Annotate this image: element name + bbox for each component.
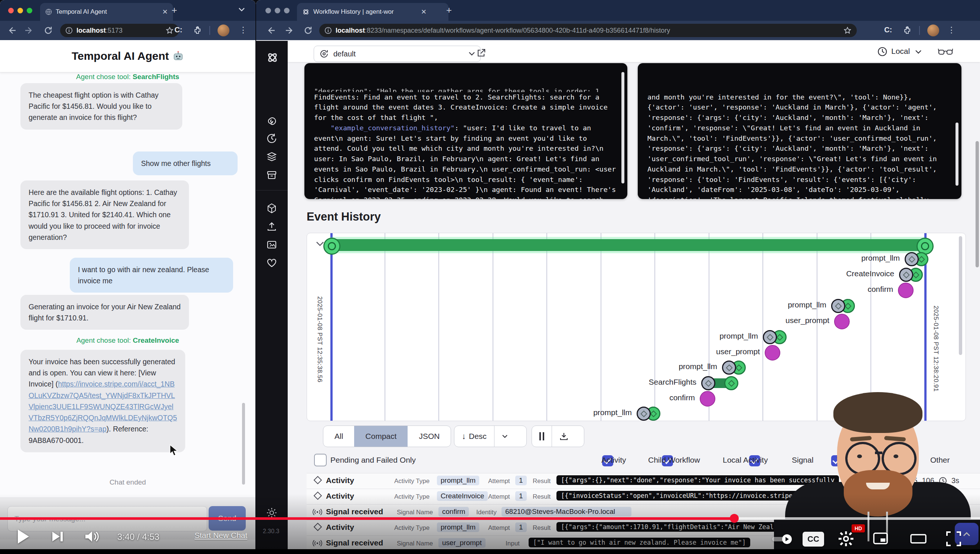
sun-icon[interactable] [266,507,277,518]
activity-marker-pair[interactable] [899,268,926,282]
new-tab-button[interactable]: + [172,5,177,16]
temporal-favicon-icon [302,8,310,16]
left-browser-window: Temporal AI Agent ✕ + localhost:5173 C: … [0,0,255,549]
back-button[interactable] [267,26,275,35]
signal-marker[interactable] [834,314,850,330]
zoom-window-button[interactable] [27,8,32,13]
archive-box-icon[interactable] [266,169,277,180]
event-label: user_prompt [786,316,829,325]
download-button[interactable] [552,426,576,447]
sidebar-divider [256,190,288,191]
signal-marker[interactable] [700,391,715,407]
timezone-value[interactable]: Local [891,47,910,56]
code-panel-scrollbar[interactable] [621,72,624,183]
signal-marker[interactable] [898,283,913,298]
temporal-logo-icon[interactable] [266,51,279,64]
chat-scrollbar[interactable] [242,403,245,485]
forward-button[interactable] [24,26,33,35]
sort-options-chevron[interactable] [495,426,515,447]
forward-button[interactable] [285,26,294,35]
zoom-window-button[interactable] [284,8,290,13]
event-label: CreateInvoice [846,269,894,278]
view-compact-button[interactable]: Compact [354,426,407,447]
pause-download-buttons[interactable] [531,425,584,447]
miniplayer-icon[interactable] [873,532,888,544]
sort-desc-button[interactable]: ↓Desc [454,425,527,447]
volume-icon[interactable] [84,530,100,543]
workflow-execution-bar[interactable] [330,239,924,251]
close-window-button[interactable] [8,8,14,13]
tab-workflow-history[interactable]: Workflow History | agent-wor ✕ [297,3,449,21]
right-address-bar[interactable]: localhost:8233/namespaces/default/workfl… [319,24,857,37]
theater-icon[interactable] [910,534,926,544]
card-icon[interactable] [266,239,277,250]
video-progress-played[interactable] [0,517,734,520]
code-panel-scrollbar[interactable] [956,123,958,186]
browser-menu-icon[interactable]: ⋮ [239,25,247,35]
play-icon[interactable] [16,529,30,544]
site-info-icon[interactable] [65,27,73,34]
reload-button[interactable] [44,26,53,35]
glasses-icon[interactable] [938,47,953,57]
settings-gear-icon[interactable] [838,531,854,546]
extensions-puzzle-icon[interactable] [903,26,912,35]
activity-marker-pair[interactable] [831,299,858,313]
workflow-result-json-panel[interactable]: and month you're interested in for the e… [638,63,961,199]
reload-button[interactable] [304,26,313,35]
timeline-scrollbar[interactable] [959,236,962,355]
activity-marker-pair[interactable] [722,361,749,375]
profile-avatar[interactable] [927,24,939,37]
agent-message: The cheapest flight option is with Catha… [21,83,182,130]
arrow-down-icon: ↓ [462,431,466,441]
view-all-button[interactable]: All [323,426,354,447]
new-tab-button[interactable]: + [446,5,452,16]
fullscreen-icon[interactable] [946,531,961,546]
view-mode-segmented-control[interactable]: All Compact JSON [323,425,451,447]
signal-marker[interactable] [765,345,780,361]
extensions-puzzle-icon[interactable] [193,26,202,35]
close-window-button[interactable] [266,8,271,13]
video-playhead[interactable] [730,514,739,523]
bookmark-star-icon[interactable] [165,26,174,35]
chevron-down-icon[interactable] [915,50,922,54]
chat-message-list[interactable]: Agent chose tool: SearchFlights The chea… [0,72,255,498]
spiral-icon[interactable] [266,115,277,126]
next-icon[interactable] [51,530,64,543]
collapse-chevron-icon[interactable] [316,241,324,247]
activity-marker-pair[interactable] [905,252,931,266]
close-tab-icon[interactable]: ✕ [421,8,426,16]
back-button[interactable] [8,26,16,35]
open-external-icon[interactable] [476,48,486,58]
video-progress-remaining[interactable] [734,517,980,520]
cube-icon[interactable] [266,203,277,214]
activity-marker-pair[interactable] [636,407,663,421]
minimize-window-button[interactable] [275,8,280,13]
workflow-start-marker[interactable] [323,238,340,255]
extension-c-icon[interactable]: C: [884,25,892,34]
minimize-window-button[interactable] [18,8,23,13]
activity-marker-pair[interactable] [763,330,789,344]
view-json-button[interactable]: JSON [407,426,451,447]
activity-marker-pair-wide[interactable] [701,376,741,390]
left-address-bar[interactable]: localhost:5173 [60,24,179,37]
profile-avatar[interactable] [218,24,229,37]
site-info-icon[interactable] [325,27,332,34]
namespace-select[interactable]: default [314,46,481,62]
tab-overflow-chevron-icon[interactable] [238,8,245,12]
workflow-input-json-panel[interactable]: "description": "Help the user gather arg… [304,63,627,199]
tab-temporal-ai-agent[interactable]: Temporal AI Agent ✕ [40,3,173,21]
extension-c-icon[interactable]: C: [175,25,182,34]
upload-icon[interactable] [266,221,277,232]
browser-menu-icon[interactable]: ⋮ [947,25,956,35]
autoplay-toggle-icon[interactable] [771,534,793,544]
layers-icon[interactable] [266,151,277,162]
start-new-chat-link[interactable]: Start New Chat [194,531,247,540]
pending-failed-checkbox[interactable] [314,454,327,466]
pause-button[interactable] [532,426,552,447]
bookmark-star-icon[interactable] [843,26,851,35]
cc-icon[interactable]: CC [803,532,824,546]
schedule-clock-icon[interactable] [266,133,277,144]
heart-icon[interactable] [266,257,277,269]
page-scrollbar[interactable] [975,141,979,267]
close-tab-icon[interactable]: ✕ [162,8,168,16]
